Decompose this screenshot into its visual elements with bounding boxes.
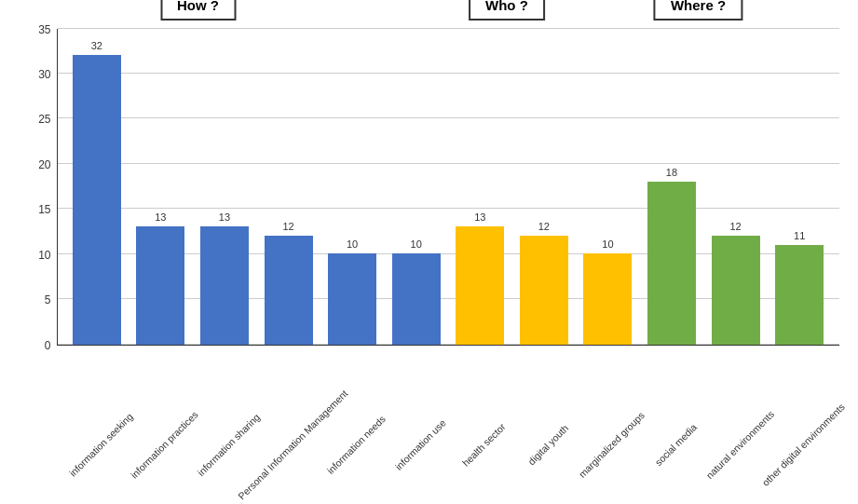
annotation-how: How ? — [160, 0, 236, 20]
bar-value-4: 10 — [347, 238, 358, 250]
bars-row: 32information seeking13information pract… — [58, 29, 839, 345]
bar-rect-6 — [456, 226, 504, 344]
bar-group-2: 13information sharing — [195, 226, 255, 344]
bar-label-5: information use — [392, 416, 447, 471]
bar-7: 12 — [520, 236, 568, 345]
bar-group-5: 10information use — [386, 253, 446, 344]
bar-rect-9 — [647, 182, 696, 345]
bar-6: 13 — [456, 226, 504, 344]
bar-rect-7 — [520, 236, 568, 345]
annotation-where: Where ? — [654, 0, 742, 20]
bar-0: 32 — [73, 55, 121, 345]
bar-group-3: 12Personal Information Management — [258, 236, 319, 345]
bar-group-11: 11other digital environments — [769, 245, 830, 345]
bar-rect-10 — [712, 236, 760, 345]
y-label-15: 15 — [16, 203, 51, 216]
bar-label-0: information seeking — [67, 410, 135, 478]
bar-group-4: 10information needs — [322, 253, 383, 344]
bar-value-2: 13 — [219, 211, 230, 223]
bar-group-10: 12natural environments — [705, 236, 766, 345]
bar-value-7: 12 — [538, 221, 550, 232]
y-label-0: 0 — [16, 339, 51, 352]
bar-label-2: information sharing — [195, 411, 262, 478]
bar-label-7: digital youth — [525, 422, 570, 467]
chart-area: How ? Who ? Where ? 32information seekin… — [57, 29, 839, 346]
bar-group-7: 12digital youth — [514, 236, 575, 345]
bar-1: 13 — [136, 226, 184, 344]
y-label-10: 10 — [16, 249, 51, 262]
bar-value-8: 10 — [602, 238, 613, 250]
bar-value-5: 10 — [411, 238, 422, 250]
bar-rect-5 — [392, 253, 441, 344]
bar-rect-3 — [265, 236, 313, 345]
bar-value-6: 13 — [474, 211, 485, 223]
bar-label-3: Personal Information Management — [236, 388, 349, 501]
y-label-25: 25 — [16, 113, 51, 126]
bar-group-0: 32information seeking — [67, 55, 128, 345]
bar-2: 13 — [200, 226, 249, 344]
bar-group-8: 10marginalized groups — [578, 253, 638, 344]
bar-10: 12 — [712, 236, 760, 345]
bar-9: 18 — [647, 182, 696, 345]
y-label-20: 20 — [16, 158, 51, 171]
bar-rect-8 — [583, 253, 632, 344]
bar-rect-4 — [328, 253, 376, 344]
bar-rect-1 — [136, 226, 184, 344]
y-label-5: 5 — [16, 293, 51, 306]
bar-11: 11 — [775, 245, 824, 345]
bar-group-9: 18social media — [642, 182, 702, 345]
bar-rect-2 — [200, 226, 249, 344]
bar-rect-11 — [775, 245, 824, 345]
bar-value-10: 12 — [729, 221, 741, 232]
bar-value-3: 12 — [282, 221, 293, 232]
bar-group-1: 13information practices — [130, 226, 191, 344]
bar-3: 12 — [265, 236, 313, 345]
bar-value-11: 11 — [794, 230, 805, 241]
bar-rect-0 — [73, 55, 121, 345]
annotation-who: Who ? — [469, 0, 545, 20]
bar-label-8: marginalized groups — [577, 409, 647, 479]
y-label-30: 30 — [16, 68, 51, 81]
bar-label-10: natural environments — [703, 408, 776, 481]
bar-label-6: health sector — [460, 420, 508, 468]
bar-5: 10 — [392, 253, 441, 344]
bar-group-6: 13health sector — [450, 226, 511, 344]
y-label-35: 35 — [16, 23, 51, 36]
bar-value-1: 13 — [155, 211, 166, 223]
chart-container: How ? Who ? Where ? 32information seekin… — [10, 10, 849, 495]
bar-label-1: information practices — [129, 408, 200, 480]
bar-value-9: 18 — [666, 167, 677, 178]
bar-label-9: social media — [652, 421, 699, 468]
bar-4: 10 — [328, 253, 376, 344]
bar-label-4: information needs — [325, 413, 388, 476]
bar-value-0: 32 — [91, 40, 102, 51]
bar-8: 10 — [583, 253, 632, 344]
